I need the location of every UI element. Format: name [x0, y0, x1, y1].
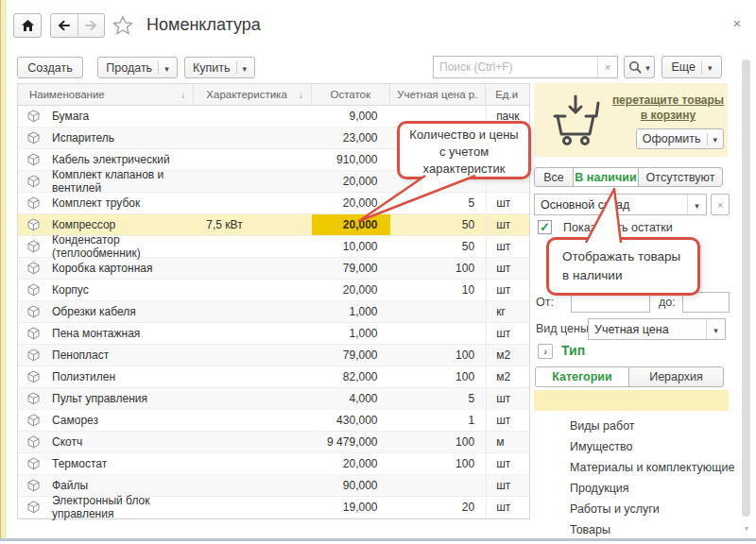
table-row[interactable]: Пульт управления 4,000 5 шт: [18, 388, 529, 410]
table-row[interactable]: Коробка картонная 79,000 100 шт: [18, 258, 529, 280]
callout-quantity-line1: Количество и цены: [400, 127, 528, 144]
item-unit: шт: [486, 236, 529, 257]
category-list-item[interactable]: Имущество: [570, 436, 730, 457]
item-box-icon: [27, 175, 40, 188]
column-header-unit[interactable]: Ед.и: [486, 84, 529, 105]
item-name: Пенопласт: [52, 348, 109, 362]
item-price: 100: [390, 432, 487, 452]
to-label: до:: [659, 296, 676, 309]
item-name: Саморез: [52, 414, 98, 427]
item-characteristic: [194, 128, 312, 148]
item-unit: шт: [486, 258, 529, 279]
item-name: Бумага: [52, 110, 89, 123]
item-name: Коробка картонная: [52, 262, 152, 275]
item-name: Комплект трубок: [52, 196, 140, 210]
table-row[interactable]: Саморез 430,000 1 шт: [18, 410, 529, 432]
item-characteristic: [194, 410, 312, 431]
column-header-characteristic[interactable]: Характеристика ↓: [194, 84, 312, 105]
history-nav-group: [50, 13, 105, 38]
search-options-button[interactable]: [624, 56, 655, 78]
sell-button-label: Продать: [106, 61, 152, 75]
favorite-button[interactable]: [112, 15, 133, 36]
panel-scrollbar[interactable]: [742, 60, 750, 517]
table-row[interactable]: Конденсатор (теплообменник) 10,000 50 шт: [18, 236, 529, 258]
item-stock: 23,000: [312, 128, 390, 148]
item-unit: шт: [486, 280, 529, 300]
sort-descending-icon: ↓: [180, 90, 185, 100]
callout-in-stock-line1: Отображать товары: [562, 247, 697, 266]
scroll-down-icon[interactable]: ▾: [742, 524, 751, 534]
category-list-item[interactable]: Товары: [570, 519, 730, 540]
column-header-name[interactable]: Наименование ↓: [18, 84, 194, 105]
category-list-item[interactable]: Виды работ: [570, 416, 730, 436]
drag-to-cart-link[interactable]: перетащите товары в корзину: [610, 93, 727, 123]
item-unit: шт: [486, 388, 529, 409]
type-expander-button[interactable]: ›: [538, 344, 553, 359]
cart-icon: [551, 94, 604, 146]
table-row[interactable]: Комплект трубок 20,000 5 шт: [18, 193, 529, 214]
table-row[interactable]: Электронный блок управления 19,000 20 шт: [18, 497, 529, 518]
tab-all[interactable]: Все: [534, 167, 574, 187]
warehouse-value: Основной склад: [535, 198, 687, 212]
table-row[interactable]: Скотч 9 479,000 100 м: [18, 432, 529, 453]
search-input[interactable]: [434, 57, 597, 77]
item-characteristic: [194, 171, 312, 192]
item-stock: 910,000: [312, 149, 390, 170]
close-button[interactable]: ×: [728, 14, 747, 33]
sell-menu-button[interactable]: Продать: [97, 57, 178, 78]
category-list-item[interactable]: Продукция: [570, 478, 730, 499]
item-name: Скотч: [52, 435, 82, 449]
price-type-dropdown-button[interactable]: [706, 319, 725, 339]
create-button[interactable]: Создать: [17, 57, 83, 78]
item-stock: 4,000: [312, 388, 390, 409]
more-button[interactable]: Еще: [662, 56, 722, 78]
column-label: Остаток: [330, 89, 370, 100]
warehouse-select[interactable]: Основной склад: [534, 194, 707, 215]
warehouse-dropdown-button[interactable]: [687, 195, 706, 214]
tab-in-stock[interactable]: В наличии: [573, 167, 639, 187]
warehouse-clear-button[interactable]: ×: [711, 194, 730, 215]
show-stock-checkbox[interactable]: ✓: [538, 220, 552, 234]
forward-button[interactable]: [77, 14, 105, 37]
table-row[interactable]: Обрезки кабеля 1,000 кг: [18, 301, 529, 323]
item-box-icon: [27, 392, 40, 405]
item-box-icon: [27, 348, 40, 362]
category-list-item[interactable]: Материалы и комплектующие: [570, 457, 730, 478]
item-characteristic: [194, 475, 312, 496]
item-characteristic: [194, 388, 312, 409]
table-row[interactable]: Пена монтажная 1,000 шт: [18, 323, 529, 345]
window-left-frame: [0, 0, 7, 538]
category-all-positions[interactable]: [534, 390, 729, 411]
back-button[interactable]: [51, 14, 77, 37]
category-list-item[interactable]: Работы и услуги: [570, 499, 730, 519]
tab-absent[interactable]: Отсутствуют: [638, 167, 723, 187]
item-characteristic: [194, 280, 312, 300]
item-unit: шт: [486, 475, 529, 496]
tab-hierarchy-label: Иерархия: [649, 370, 703, 383]
table-row[interactable]: Термостат 20,000 100 шт: [18, 453, 529, 475]
more-button-label: Еще: [672, 60, 696, 74]
table-row[interactable]: Корпус 20,000 10 шт: [18, 280, 529, 301]
callout-quantity-line3: характеристик: [400, 161, 528, 178]
item-price: 1: [390, 410, 487, 431]
search-clear-button[interactable]: ×: [597, 57, 617, 77]
table-row[interactable]: Полиэтилен 82,000 100 м2: [18, 366, 529, 388]
home-button[interactable]: [13, 13, 42, 38]
item-name: Электронный блок управления: [52, 494, 194, 520]
column-header-stock[interactable]: Остаток: [312, 84, 390, 105]
column-header-price[interactable]: Учетная цена р.: [390, 84, 487, 105]
item-name: Кабель электрический: [52, 153, 170, 166]
item-characteristic: [194, 497, 312, 518]
show-stock-label: Показывать остатки: [563, 221, 673, 234]
search-box: ×: [433, 56, 618, 78]
search-icon: [628, 60, 642, 74]
table-row[interactable]: Пенопласт 79,000 100 м2: [18, 345, 529, 366]
tab-hierarchy[interactable]: Иерархия: [628, 366, 724, 387]
tab-categories[interactable]: Категории: [535, 366, 629, 387]
item-name: Компрессор: [52, 218, 115, 231]
item-characteristic: [194, 193, 312, 213]
price-type-select[interactable]: Учетная цена: [588, 318, 726, 340]
item-box-icon: [27, 414, 40, 427]
buy-menu-button[interactable]: Купить: [184, 57, 255, 78]
checkout-button[interactable]: Оформить: [636, 128, 724, 149]
